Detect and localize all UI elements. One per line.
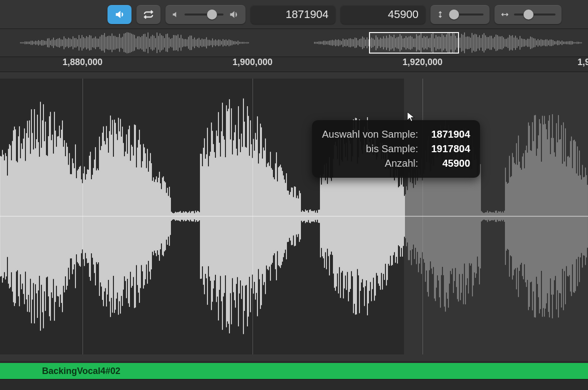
- cursor-pointer-icon: [406, 111, 417, 122]
- volume-thumb[interactable]: [207, 10, 217, 20]
- svg-rect-87: [150, 37, 152, 50]
- svg-rect-254: [466, 37, 466, 49]
- svg-rect-168: [336, 40, 338, 46]
- svg-rect-70: [125, 33, 126, 53]
- main-waveform: [0, 72, 588, 361]
- svg-rect-61: [112, 34, 112, 52]
- svg-rect-287: [515, 36, 516, 50]
- svg-rect-181: [356, 38, 357, 48]
- region-bar[interactable]: BackingVocal4#02: [0, 363, 588, 379]
- svg-rect-30: [65, 39, 66, 48]
- svg-rect-66: [119, 34, 120, 52]
- svg-rect-319: [563, 42, 564, 44]
- svg-rect-49: [94, 38, 94, 48]
- svg-rect-273: [494, 37, 495, 49]
- svg-rect-35: [72, 37, 74, 50]
- svg-rect-60: [110, 36, 111, 50]
- svg-rect-165: [332, 40, 333, 46]
- svg-rect-326: [574, 42, 574, 44]
- sample-count-readout[interactable]: 45900: [340, 5, 426, 24]
- svg-rect-164: [330, 40, 332, 45]
- waveform-editor[interactable]: Auswahl von Sample:1871904 bis Sample:19…: [0, 72, 588, 361]
- svg-rect-59: [108, 36, 110, 50]
- svg-rect-252: [462, 35, 464, 51]
- svg-rect-302: [538, 39, 538, 47]
- svg-rect-324: [570, 41, 572, 45]
- svg-rect-259: [473, 35, 474, 51]
- svg-rect-322: [568, 42, 568, 45]
- svg-rect-112: [188, 37, 189, 49]
- svg-rect-310: [550, 40, 550, 46]
- svg-rect-145: [238, 41, 238, 45]
- svg-rect-8: [32, 41, 33, 45]
- svg-rect-311: [551, 40, 552, 46]
- svg-rect-257: [470, 38, 471, 48]
- hzoom-thumb[interactable]: [524, 10, 534, 20]
- tooltip-label: bis Sample:: [366, 142, 418, 156]
- svg-rect-89: [154, 36, 154, 50]
- svg-rect-45: [88, 37, 88, 49]
- mute-button[interactable]: [108, 5, 132, 24]
- tooltip-label: Auswahl von Sample:: [322, 127, 418, 142]
- svg-rect-290: [520, 36, 520, 50]
- svg-rect-166: [334, 41, 334, 46]
- svg-rect-68: [122, 37, 123, 49]
- svg-rect-85: [148, 33, 148, 53]
- svg-rect-46: [89, 35, 90, 51]
- svg-rect-139: [228, 40, 230, 47]
- vertical-zoom-slider[interactable]: [430, 5, 490, 24]
- svg-rect-274: [496, 35, 496, 51]
- vertical-arrows-icon: [436, 11, 444, 19]
- svg-rect-6: [29, 42, 30, 44]
- svg-rect-24: [56, 39, 57, 47]
- bottom-strip: [0, 379, 588, 390]
- svg-rect-18: [47, 39, 48, 47]
- svg-rect-175: [347, 40, 348, 46]
- svg-rect-312: [552, 40, 554, 46]
- volume-low-icon: [172, 11, 180, 19]
- overview-selection-box[interactable]: [369, 32, 459, 54]
- svg-rect-98: [167, 34, 168, 52]
- svg-rect-317: [560, 42, 561, 44]
- svg-rect-180: [354, 38, 356, 48]
- sample-ruler[interactable]: 1,880,000 1,900,000 1,920,000 1,940,000: [0, 57, 588, 72]
- vzoom-thumb[interactable]: [449, 10, 459, 20]
- svg-rect-267: [485, 36, 486, 51]
- volume-high-icon: [228, 10, 238, 20]
- svg-rect-104: [176, 36, 177, 50]
- horizontal-zoom-slider[interactable]: [494, 5, 562, 24]
- svg-rect-146: [239, 42, 240, 44]
- svg-rect-161: [326, 41, 327, 44]
- svg-rect-282: [508, 38, 508, 48]
- svg-rect-134: [221, 41, 222, 45]
- svg-rect-293: [524, 39, 525, 47]
- loop-icon: [142, 9, 154, 21]
- svg-rect-172: [342, 39, 344, 47]
- horizontal-arrows-icon: [500, 11, 509, 19]
- svg-rect-327: [575, 42, 576, 43]
- svg-rect-142: [233, 41, 234, 45]
- svg-rect-27: [60, 39, 62, 46]
- svg-rect-298: [532, 37, 532, 48]
- sample-start-readout[interactable]: 1871904: [250, 5, 336, 24]
- svg-rect-113: [190, 36, 190, 50]
- svg-rect-116: [194, 38, 195, 48]
- svg-rect-141: [232, 41, 232, 46]
- svg-rect-318: [562, 41, 562, 45]
- svg-rect-9: [34, 42, 34, 44]
- svg-rect-276: [498, 37, 500, 50]
- svg-rect-29: [64, 37, 64, 50]
- svg-rect-320: [564, 42, 566, 44]
- svg-rect-71: [126, 32, 128, 53]
- selection-tooltip: Auswahl von Sample:1871904 bis Sample:19…: [312, 120, 480, 178]
- svg-rect-185: [362, 37, 363, 49]
- svg-rect-331: [581, 42, 582, 43]
- svg-rect-173: [344, 40, 345, 46]
- volume-slider[interactable]: [166, 5, 246, 24]
- svg-rect-163: [329, 41, 330, 45]
- loop-button[interactable]: [136, 5, 160, 24]
- svg-rect-131: [216, 41, 218, 45]
- svg-rect-58: [107, 36, 108, 50]
- overview-lane[interactable]: [0, 29, 588, 57]
- svg-rect-119: [198, 38, 200, 48]
